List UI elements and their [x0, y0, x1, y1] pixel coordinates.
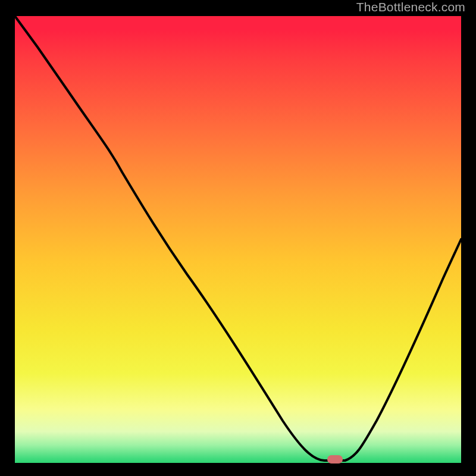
chart-stage: TheBottleneck.com: [0, 0, 476, 476]
watermark-text: TheBottleneck.com: [356, 0, 465, 14]
gradient-plot-area: [15, 16, 461, 463]
optimum-marker: [327, 455, 343, 464]
